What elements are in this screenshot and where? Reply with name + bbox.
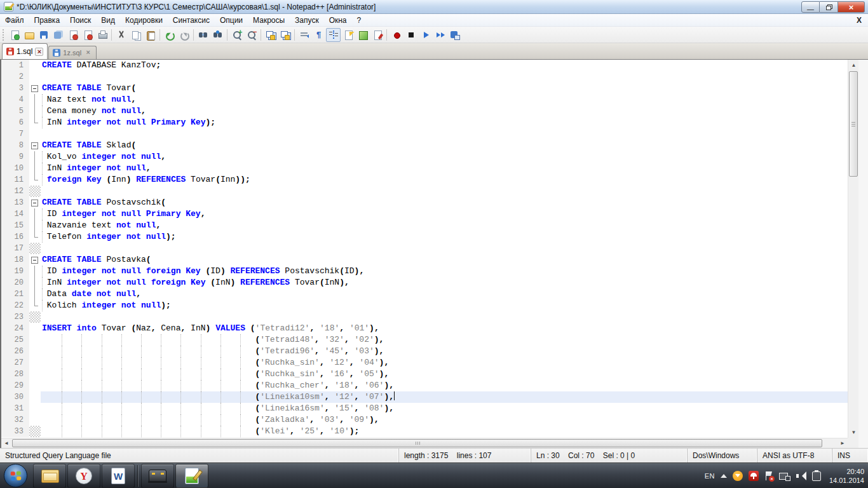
status-insert-mode[interactable]: INS (832, 449, 868, 463)
word-taskbar-button[interactable]: W (102, 464, 135, 488)
undo-button[interactable] (162, 28, 177, 42)
redo-button[interactable] (177, 28, 191, 42)
minimize-button[interactable]: — (801, 1, 820, 13)
close-document-x[interactable]: X (857, 16, 862, 25)
taskbar-clock[interactable]: 20:40 14.01.2014 (829, 467, 864, 485)
horizontal-scrollbar[interactable]: ◄ ► (1, 438, 848, 448)
scroll-right-arrow-icon[interactable]: ► (837, 438, 848, 448)
status-eol-format[interactable]: Dos\Windows (688, 449, 757, 463)
menu-item-Вид[interactable]: Вид (96, 15, 120, 26)
language-indicator[interactable]: EN (705, 472, 715, 480)
scroll-down-arrow-icon[interactable]: ▼ (848, 427, 859, 438)
indent-guide-button[interactable] (326, 28, 341, 42)
show-all-chars-button[interactable]: ¶ (311, 28, 326, 42)
code-text[interactable]: Naz text not null, (41, 94, 848, 105)
save-button[interactable] (36, 28, 51, 42)
code-text[interactable]: CREATE TABLE Sklad( (41, 140, 848, 151)
code-text[interactable]: ('Tetradi48', '32', '02'), (41, 334, 848, 346)
menu-item-Опции[interactable]: Опции (215, 15, 248, 26)
code-text[interactable]: CREATE DATABASE KanzTov; (41, 60, 848, 71)
tab-close-icon[interactable]: × (84, 49, 92, 57)
code-text[interactable] (41, 311, 848, 323)
device-app-taskbar-button[interactable] (141, 464, 174, 488)
scroll-left-arrow-icon[interactable]: ◄ (1, 438, 11, 448)
menu-item-?[interactable]: ? (352, 15, 367, 26)
code-text[interactable]: ('Ruchka_sin', '16', '05'), (41, 369, 848, 380)
sync-horizontal-button[interactable] (278, 28, 292, 42)
volume-icon[interactable] (796, 471, 806, 480)
code-text[interactable]: Kolich integer not null); (41, 300, 848, 311)
code-text[interactable]: Kol_vo integer not null, (41, 151, 848, 163)
macro-run-multiple-button[interactable] (433, 28, 447, 42)
paste-button[interactable] (143, 28, 158, 42)
close-button[interactable]: × (838, 1, 865, 13)
scroll-up-arrow-icon[interactable]: ▲ (848, 60, 859, 71)
cut-button[interactable] (114, 28, 128, 42)
code-text[interactable]: CREATE TABLE Postavka( (41, 254, 848, 266)
menu-item-Кодировки[interactable]: Кодировки (120, 15, 168, 26)
hidden-icons-chevron-icon[interactable] (721, 474, 727, 478)
code-text[interactable]: ('Ruchka_cher', '18', '06'), (41, 380, 848, 391)
menu-item-Синтаксис[interactable]: Синтаксис (168, 15, 215, 26)
clipboard-switcher-icon[interactable] (812, 471, 821, 481)
code-text[interactable] (41, 128, 848, 140)
code-text[interactable]: foreign Key (Inn) REFERENCES Tovar(Inn))… (41, 174, 848, 186)
replace-button[interactable] (210, 28, 225, 42)
code-text[interactable]: ('Lineika10sm', '12', '07'), (41, 391, 848, 403)
vertical-scrollbar[interactable]: ▲ ▼ (848, 60, 858, 438)
function-list-button[interactable] (370, 28, 384, 42)
code-viewport[interactable]: 1CREATE DATABASE KanzTov;23CREATE TABLE … (1, 60, 848, 438)
open-file-button[interactable] (22, 28, 36, 42)
network-icon[interactable] (779, 471, 790, 481)
horizontal-scroll-thumb[interactable] (12, 439, 822, 447)
code-text[interactable]: ('Klei', '25', '10'); (41, 426, 848, 437)
copy-button[interactable] (128, 28, 143, 42)
tab-1.sql[interactable]: 1.sql× (2, 43, 48, 59)
code-text[interactable] (41, 186, 848, 197)
code-text[interactable]: Cena money not null, (41, 105, 848, 117)
notepad-plus-plus-taskbar-button[interactable] (175, 464, 208, 488)
code-text[interactable]: InN integer not null Primary Key); (41, 117, 848, 128)
restore-button[interactable] (820, 1, 838, 13)
word-wrap-button[interactable] (297, 28, 311, 42)
macro-stop-button[interactable] (403, 28, 418, 42)
find-button[interactable] (196, 28, 210, 42)
macro-save-button[interactable] (447, 28, 462, 42)
code-text[interactable] (41, 71, 848, 83)
code-text[interactable]: INSERT into Tovar (Naz, Cena, InN) VALUE… (41, 323, 848, 334)
code-text[interactable]: ('Zakladka', '03', '09'), (41, 414, 848, 426)
code-text[interactable]: InN integer not null foreign Key (InN) R… (41, 277, 848, 288)
print-button[interactable] (95, 28, 109, 42)
code-text[interactable]: ('Lineika16sm', '15', '08'), (41, 403, 848, 414)
code-text[interactable] (41, 243, 848, 254)
yandex-browser-taskbar-button[interactable]: Y (67, 464, 100, 488)
macro-record-button[interactable] (389, 28, 403, 42)
tab-1z.sql[interactable]: 1z.sql× (48, 46, 97, 59)
code-text[interactable]: Nazvanie text not null, (41, 220, 848, 231)
macro-play-button[interactable] (418, 28, 433, 42)
tab-close-icon[interactable]: × (35, 48, 43, 56)
code-text[interactable]: CREATE TABLE Tovar( (41, 83, 848, 94)
code-text[interactable]: CREATE TABLE Postavschik( (41, 197, 848, 208)
start-button[interactable] (4, 464, 27, 487)
save-all-button[interactable] (51, 28, 65, 42)
close-all-button[interactable] (80, 28, 95, 42)
zoom-in-button[interactable]: + (229, 28, 244, 42)
fold-collapse-marker[interactable] (29, 140, 41, 151)
code-text[interactable]: ('Ruchka_sin', '12', '04'), (41, 357, 848, 369)
new-file-button[interactable] (7, 28, 22, 42)
code-text[interactable]: ('Tetradi96', '45', '03'), (41, 346, 848, 357)
explorer-taskbar-button[interactable] (33, 464, 66, 488)
menu-item-Макросы[interactable]: Макросы (248, 15, 290, 26)
menu-item-Запуск[interactable]: Запуск (290, 15, 324, 26)
yandex-tray-icon[interactable] (733, 471, 743, 481)
menu-item-Окна[interactable]: Окна (324, 15, 352, 26)
status-encoding[interactable]: ANSI as UTF-8 (757, 449, 832, 463)
close-button[interactable] (65, 28, 80, 42)
code-text[interactable]: ID integer not null foreign Key (ID) REF… (41, 266, 848, 277)
avira-antivirus-icon[interactable] (749, 471, 759, 481)
fold-collapse-marker[interactable] (29, 197, 41, 208)
fold-collapse-marker[interactable] (29, 83, 41, 94)
menu-item-Файл[interactable]: Файл (0, 15, 29, 26)
menu-item-Поиск[interactable]: Поиск (65, 15, 96, 26)
